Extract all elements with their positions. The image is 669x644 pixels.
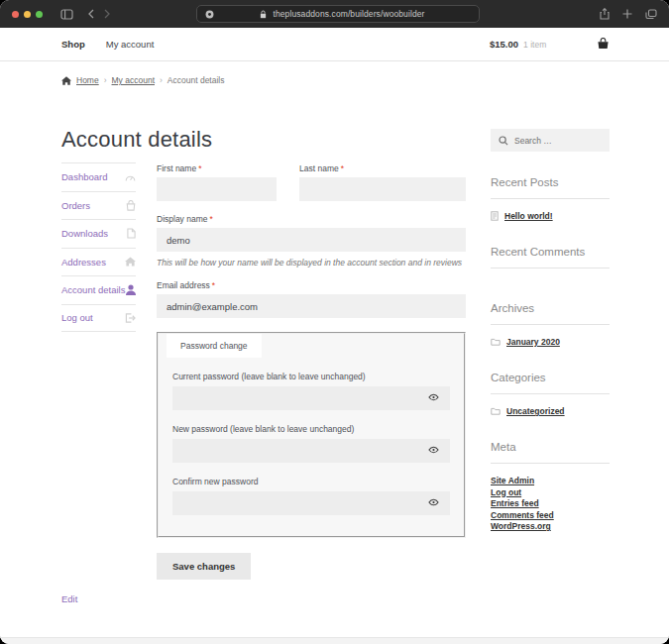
widget-categories: Categories Uncategorized: [491, 372, 610, 416]
display-name-note: This will be how your name will be displ…: [157, 258, 466, 268]
category-link[interactable]: Uncategorized: [506, 406, 565, 416]
basket-icon[interactable]: [597, 36, 610, 54]
first-name-label: First name*: [157, 163, 277, 173]
lock-icon: [260, 10, 267, 19]
nav-shop[interactable]: Shop: [61, 39, 85, 50]
meta-entries-feed-link[interactable]: Entries feed: [491, 498, 539, 510]
search-input[interactable]: [514, 136, 602, 146]
minimize-window-button[interactable]: [24, 11, 31, 18]
tab-overview-icon[interactable]: [645, 9, 657, 20]
email-input[interactable]: [157, 294, 466, 318]
display-name-input[interactable]: [157, 228, 466, 252]
nav-item-label[interactable]: Orders: [61, 200, 90, 211]
cart-total: $15.00: [490, 39, 518, 50]
list-item[interactable]: Hello world!: [491, 211, 610, 221]
account-nav-downloads[interactable]: Downloads: [61, 219, 136, 248]
list-item[interactable]: Entries feed: [491, 498, 610, 510]
header-cart[interactable]: $15.00 1 item: [490, 36, 610, 54]
list-item[interactable]: January 2020: [491, 337, 610, 347]
account-nav-orders[interactable]: Orders: [61, 191, 136, 220]
breadcrumb-my-account[interactable]: My account: [112, 75, 155, 85]
new-tab-icon[interactable]: [622, 9, 632, 19]
web-page: Shop My account $15.00 1 item Home › My …: [0, 28, 669, 637]
last-name-label: Last name*: [299, 163, 466, 173]
first-name-input[interactable]: [157, 177, 277, 201]
widget-divider: [491, 324, 610, 325]
search-box[interactable]: [491, 129, 610, 152]
account-nav: Dashboard Orders: [61, 162, 157, 580]
new-password-input[interactable]: [172, 439, 450, 463]
list-item[interactable]: Comments feed: [491, 510, 610, 522]
browser-window: theplusaddons.com/builders/woobuilder Sh…: [0, 0, 669, 644]
traffic-lights: [12, 11, 43, 18]
list-item[interactable]: Site Admin: [491, 476, 610, 487]
logout-icon: [125, 313, 136, 323]
meta-wordpress-link[interactable]: WordPress.org: [491, 521, 551, 533]
window-bottom-edge: [0, 637, 669, 644]
privacy-shield-icon[interactable]: [205, 5, 214, 23]
account-nav-logout[interactable]: Log out: [61, 304, 136, 333]
widget-meta: Meta Site Admin Log out Entries feed Com…: [491, 441, 610, 533]
account-nav-account-details[interactable]: Account details: [61, 275, 136, 304]
close-window-button[interactable]: [12, 11, 19, 18]
search-icon: [499, 132, 508, 150]
bag-icon: [126, 200, 136, 211]
list-item[interactable]: Log out: [491, 487, 610, 499]
sidebar-toggle-icon[interactable]: [60, 9, 73, 20]
widget-title: Recent Posts: [491, 176, 610, 188]
show-password-icon[interactable]: [428, 498, 439, 506]
archive-link[interactable]: January 2020: [506, 337, 560, 347]
meta-logout-link[interactable]: Log out: [491, 487, 521, 499]
browser-titlebar: theplusaddons.com/builders/woobuilder: [0, 0, 669, 28]
widget-title: Archives: [491, 302, 610, 314]
share-icon[interactable]: [600, 8, 610, 20]
meta-comments-feed-link[interactable]: Comments feed: [491, 510, 554, 522]
current-password-label: Current password (leave blank to leave u…: [172, 372, 450, 381]
zoom-window-button[interactable]: [36, 11, 43, 18]
breadcrumb-current: Account details: [167, 75, 225, 85]
back-icon[interactable]: [87, 9, 95, 19]
list-item[interactable]: Uncategorized: [491, 406, 610, 416]
account-details-form: First name* Last name* Display name*: [157, 162, 466, 580]
nav-item-label[interactable]: Log out: [61, 312, 93, 323]
last-name-input[interactable]: [299, 177, 466, 201]
current-password-input[interactable]: [172, 386, 450, 410]
required-marker: *: [341, 163, 344, 173]
save-changes-button[interactable]: Save changes: [157, 553, 251, 580]
password-change-legend: Password change: [167, 334, 262, 358]
recent-post-link[interactable]: Hello world!: [504, 211, 553, 221]
home-icon[interactable]: [61, 76, 71, 85]
home-icon: [125, 257, 136, 267]
file-icon: [127, 228, 136, 239]
page-title: Account details: [61, 127, 466, 153]
account-nav-addresses[interactable]: Addresses: [61, 248, 136, 276]
nav-item-label[interactable]: Downloads: [61, 228, 108, 239]
display-name-label: Display name*: [157, 214, 466, 224]
url-display: theplusaddons.com/builders/woobuilder: [214, 9, 471, 19]
email-label: Email address*: [157, 280, 466, 290]
nav-item-label[interactable]: Dashboard: [61, 171, 107, 182]
breadcrumb-separator: ›: [160, 75, 163, 85]
folder-icon: [491, 407, 501, 415]
site-header: Shop My account $15.00 1 item: [0, 28, 669, 60]
address-bar[interactable]: theplusaddons.com/builders/woobuilder: [196, 5, 480, 23]
confirm-password-input[interactable]: [172, 491, 450, 515]
nav-item-label[interactable]: Addresses: [61, 257, 106, 268]
widget-archives: Archives January 2020: [491, 302, 610, 347]
widget-divider: [491, 393, 610, 394]
list-item[interactable]: WordPress.org: [491, 521, 610, 533]
account-nav-dashboard[interactable]: Dashboard: [61, 162, 136, 191]
edit-link[interactable]: Edit: [61, 593, 77, 604]
required-marker: *: [210, 214, 213, 224]
required-marker: *: [212, 280, 215, 290]
show-password-icon[interactable]: [428, 393, 439, 401]
forward-icon[interactable]: [103, 9, 111, 19]
nav-my-account[interactable]: My account: [106, 39, 155, 50]
show-password-icon[interactable]: [428, 446, 439, 454]
meta-site-admin-link[interactable]: Site Admin: [491, 476, 534, 487]
required-marker: *: [198, 163, 201, 173]
widget-title: Categories: [491, 372, 610, 383]
folder-icon: [491, 338, 501, 346]
breadcrumb-home[interactable]: Home: [76, 75, 99, 85]
nav-item-label[interactable]: Account details: [61, 284, 125, 295]
